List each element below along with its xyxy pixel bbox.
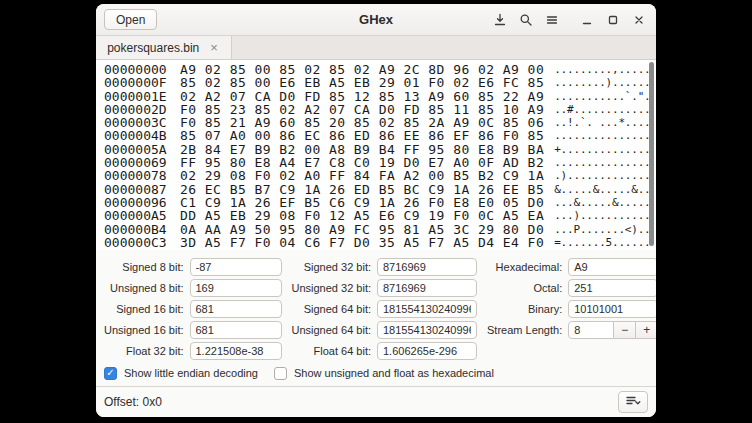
decode-field-input[interactable] (568, 300, 656, 318)
hex-row-ascii[interactable]: ..#............ (554, 103, 650, 116)
hex-row-bytes[interactable]: 85 07 A0 00 86 EC 86 ED 86 EE 86 EF 86 F… (180, 129, 544, 142)
decode-column-2: Signed 32 bit: Unsigned 32 bit: Signed 6… (292, 258, 478, 360)
screen: Open GHex (0, 0, 752, 423)
hex-row-offset: 00000000 (104, 63, 168, 76)
hex-row-bytes[interactable]: 02 A2 07 CA D0 FD 85 12 85 13 A9 60 85 2… (180, 90, 544, 103)
tab-close-button[interactable]: × (208, 41, 220, 54)
save-button[interactable] (489, 9, 510, 30)
checkbox-box[interactable] (274, 367, 287, 380)
hex-row[interactable]: 000000C3 3D A5 F7 F0 04 C6 F7 D0 35 A5 F… (104, 236, 656, 249)
hex-row-bytes[interactable]: F0 85 21 A9 60 85 20 85 02 85 2A A9 0C 8… (180, 116, 544, 129)
hex-row-ascii[interactable]: ...........`.". (554, 90, 650, 103)
hex-row-ascii[interactable]: =.......5...... (554, 236, 650, 249)
decode-field-input[interactable] (377, 258, 477, 276)
hex-row-bytes[interactable]: 02 29 08 F0 02 A0 FF 84 FA A2 00 B5 B2 C… (180, 169, 544, 182)
decode-field-input[interactable] (568, 258, 656, 276)
decode-field-input[interactable] (190, 342, 282, 360)
hex-row-ascii[interactable]: .)............. (554, 169, 650, 182)
stream-length-input[interactable] (568, 321, 614, 339)
statusbar-menu-button[interactable] (618, 391, 648, 413)
hex-row[interactable]: 0000002D F0 85 23 85 02 A2 07 CA D0 FD 8… (104, 103, 656, 116)
titlebar-actions (489, 9, 649, 30)
hex-row-ascii[interactable]: ............... (554, 129, 650, 142)
hex-row-ascii[interactable]: ...P.......<).. (554, 223, 650, 236)
hex-row[interactable]: 00000000 A9 02 85 00 85 02 85 02 A9 2C 8… (104, 63, 656, 76)
hex-row[interactable]: 0000004B 85 07 A0 00 86 EC 86 ED 86 EE 8… (104, 129, 656, 142)
close-button[interactable] (628, 9, 649, 30)
hex-row[interactable]: 0000001E 02 A2 07 CA D0 FD 85 12 85 13 A… (104, 90, 656, 103)
hex-row-ascii[interactable]: ...)........... (554, 209, 650, 222)
search-button[interactable] (515, 9, 536, 30)
hex-row-ascii[interactable]: ............... (554, 156, 650, 169)
decode-field-label: Unsigned 64 bit: (292, 324, 372, 336)
hex-row-offset: 000000A5 (104, 209, 168, 222)
hex-row-offset: 0000000F (104, 76, 168, 89)
checkbox-box[interactable] (104, 367, 117, 380)
hex-view[interactable]: 00000000 A9 02 85 00 85 02 85 02 A9 2C 8… (96, 60, 656, 250)
hex-row[interactable]: 00000078 02 29 08 F0 02 A0 FF 84 FA A2 0… (104, 169, 656, 182)
checkbox-little-endian[interactable]: Show little endian decoding (104, 367, 258, 380)
hex-row-offset: 0000003C (104, 116, 168, 129)
decode-field-label: Float 64 bit: (314, 345, 371, 357)
menu-button[interactable] (541, 9, 562, 30)
hex-row[interactable]: 0000000F 85 02 85 00 E6 EB A5 EB 29 01 F… (104, 76, 656, 89)
hex-row-ascii[interactable]: .........,..... (554, 63, 650, 76)
hex-row[interactable]: 000000B4 0A AA A9 50 95 80 A9 FC 95 81 A… (104, 223, 656, 236)
hex-row[interactable]: 000000A5 DD A5 EB 29 08 F0 12 A5 E6 C9 1… (104, 209, 656, 222)
hex-row-offset: 00000096 (104, 196, 168, 209)
hex-row-ascii[interactable]: +.............. (554, 143, 650, 156)
hex-row[interactable]: 00000096 C1 C9 1A 26 EF B5 C6 C9 1A 26 F… (104, 196, 656, 209)
tab-pokersquares[interactable]: pokersquares.bin × (96, 36, 232, 59)
save-icon (493, 13, 507, 27)
decode-field-input[interactable] (190, 300, 282, 318)
hex-row-bytes[interactable]: DD A5 EB 29 08 F0 12 A5 E6 C9 19 F0 0C A… (180, 209, 544, 222)
hex-row-bytes[interactable]: 2B 84 E7 B9 B2 00 A8 B9 B4 FF 95 80 E8 B… (180, 143, 544, 156)
hex-row-bytes[interactable]: 0A AA A9 50 95 80 A9 FC 95 81 A5 3C 29 8… (180, 223, 544, 236)
hex-row-ascii[interactable]: ........)...... (554, 76, 650, 89)
hex-row-ascii[interactable]: ...&.....&..... (554, 196, 650, 209)
decode-field-input[interactable] (377, 300, 477, 318)
hex-row-offset: 0000004B (104, 129, 168, 142)
decode-field-label: Signed 8 bit: (122, 261, 183, 273)
decode-field-input[interactable] (190, 279, 282, 297)
decode-panel: Signed 8 bit: Unsigned 8 bit: Signed 16 … (96, 250, 656, 360)
hex-row-bytes[interactable]: FF 95 80 E8 A4 E7 C8 C0 19 D0 E7 A0 0F A… (180, 156, 544, 169)
minimize-icon (580, 13, 594, 27)
hex-row[interactable]: 00000087 26 EC B5 B7 C9 1A 26 ED B5 BC C… (104, 183, 656, 196)
hex-row-bytes[interactable]: F0 85 23 85 02 A2 07 CA D0 FD 85 11 85 1… (180, 103, 544, 116)
hex-row-bytes[interactable]: 3D A5 F7 F0 04 C6 F7 D0 35 A5 F7 A5 D4 E… (180, 236, 544, 249)
status-bar: Offset: 0x0 (96, 386, 656, 417)
hex-rows: 00000000 A9 02 85 00 85 02 85 02 A9 2C 8… (104, 63, 656, 249)
decode-field-input[interactable] (377, 279, 477, 297)
decode-field-label: Signed 32 bit: (304, 261, 371, 273)
decode-field-input[interactable] (190, 258, 282, 276)
hex-row-ascii[interactable]: ..!.`. ...*.... (554, 116, 650, 129)
hex-row-ascii[interactable]: &.....&.....&.. (554, 183, 650, 196)
tab-label: pokersquares.bin (107, 41, 199, 55)
hex-row-bytes[interactable]: 26 EC B5 B7 C9 1A 26 ED B5 BC C9 1A 26 E… (180, 183, 544, 196)
stream-length-increment-button[interactable]: + (636, 321, 656, 339)
hex-row-offset: 0000001E (104, 90, 168, 103)
minimize-button[interactable] (576, 9, 597, 30)
hex-row-bytes[interactable]: C1 C9 1A 26 EF B5 C6 C9 1A 26 F0 E8 E0 0… (180, 196, 544, 209)
hex-row[interactable]: 00000069 FF 95 80 E8 A4 E7 C8 C0 19 D0 E… (104, 156, 656, 169)
hex-row[interactable]: 0000005A 2B 84 E7 B9 B2 00 A8 B9 B4 FF 9… (104, 143, 656, 156)
decode-field-input[interactable] (190, 321, 282, 339)
maximize-button[interactable] (602, 9, 623, 30)
decode-field-input[interactable] (377, 321, 477, 339)
stream-length-decrement-button[interactable]: − (614, 321, 636, 339)
decode-field-input[interactable] (568, 279, 656, 297)
hex-scrollbar[interactable] (649, 62, 654, 246)
menu-icon (545, 13, 559, 27)
hex-row[interactable]: 0000003C F0 85 21 A9 60 85 20 85 02 85 2… (104, 116, 656, 129)
decode-field-label: Octal: (533, 282, 562, 294)
open-button[interactable]: Open (104, 9, 157, 30)
hex-row-bytes[interactable]: 85 02 85 00 E6 EB A5 EB 29 01 F0 02 E6 F… (180, 76, 544, 89)
hex-row-offset: 00000078 (104, 169, 168, 182)
hex-row-bytes[interactable]: A9 02 85 00 85 02 85 02 A9 2C 8D 96 02 A… (180, 63, 544, 76)
offset-indicator: Offset: 0x0 (104, 395, 162, 409)
checkbox-unsigned-hex[interactable]: Show unsigned and float as hexadecimal (274, 367, 494, 380)
menu-down-icon (625, 395, 641, 410)
stream-length-spinner: − + (568, 321, 656, 339)
decode-field-input[interactable] (377, 342, 477, 360)
